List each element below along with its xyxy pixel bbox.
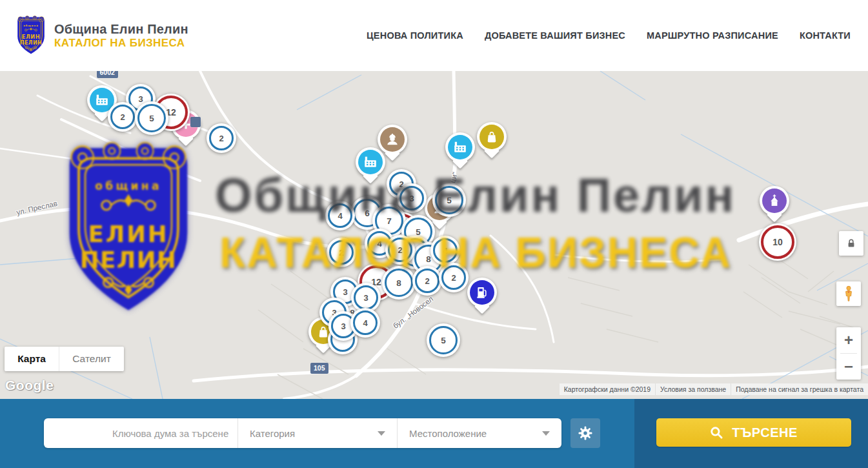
brand-org-name: Община Елин Пелин	[54, 22, 188, 37]
pin-marker-fuel-icon[interactable]	[467, 278, 497, 307]
map-canvas[interactable]: ул. Преславбул. „Новоселци“ 6002105 1232…	[0, 71, 868, 399]
keyword-section	[44, 418, 237, 448]
nav-item[interactable]: ДОБАВЕТЕ ВАШИЯТ БИЗНЕС	[485, 30, 625, 41]
site-logo[interactable]: община ЕЛИН ПЕЛИН Община Елин Пелин КАТА…	[14, 14, 188, 57]
chevron-down-icon	[542, 431, 550, 436]
pin-marker-worker-icon[interactable]	[378, 125, 407, 154]
cluster-marker[interactable]: 5	[432, 183, 466, 217]
terms-of-use-link[interactable]: Условия за ползване	[655, 383, 731, 395]
search-button-label: ТЪРСЕНЕ	[732, 425, 798, 440]
street-view-pegman-button[interactable]	[836, 281, 861, 306]
search-icon	[710, 426, 723, 440]
nav-item[interactable]: МАРШРУТНО РАЗПИСАНИЕ	[647, 30, 778, 41]
lock-icon	[845, 238, 857, 249]
cluster-marker[interactable]: 4	[325, 201, 355, 230]
cluster-marker[interactable]: 3	[397, 183, 427, 213]
map-type-satellite-button[interactable]: Сателит	[59, 347, 124, 371]
cluster-marker[interactable]: 2	[108, 102, 137, 132]
chevron-down-icon	[378, 431, 385, 436]
municipality-crest-logo: община ЕЛИН ПЕЛИН	[14, 14, 48, 57]
map-attribution: Картографски данни ©2019Условия за ползв…	[560, 383, 868, 395]
category-select[interactable]: Категория	[237, 418, 397, 448]
search-bar: Категория Местоположение	[0, 399, 868, 468]
page: община ЕЛИН ПЕЛИН Община Елин Пелин КАТА…	[0, 0, 868, 468]
pin-marker-factory-icon[interactable]	[356, 147, 385, 177]
cluster-marker[interactable]: 8	[382, 266, 416, 300]
nav-item[interactable]: КОНТАКТИ	[800, 30, 851, 41]
cluster-marker[interactable]: 5	[427, 323, 460, 357]
pegman-icon	[842, 285, 855, 302]
nav-item[interactable]: ЦЕНОВА ПОЛИТИКА	[367, 30, 463, 41]
zoom-control: + −	[836, 327, 861, 380]
category-select-label: Категория	[250, 428, 295, 439]
cluster-marker[interactable]: 5	[135, 101, 168, 135]
zoom-in-button[interactable]: +	[836, 327, 861, 353]
google-logo[interactable]: Google	[5, 378, 54, 393]
zoom-out-button[interactable]: −	[836, 354, 861, 380]
cluster-marker[interactable]: 2	[207, 123, 236, 153]
map-type-control: Карта Сателит	[5, 347, 124, 371]
report-map-error-link[interactable]: Подаване на сигнал за грешка в картата	[731, 383, 868, 395]
cluster-marker[interactable]: 2	[412, 266, 442, 296]
cluster-marker[interactable]: 10	[759, 223, 796, 261]
main-nav: ЦЕНОВА ПОЛИТИКАДОБАВЕТЕ ВАШИЯТ БИЗНЕСМАР…	[367, 30, 851, 41]
search-submit-button[interactable]: ТЪРСЕНЕ	[656, 418, 851, 447]
pin-marker-bag-icon[interactable]	[477, 122, 507, 152]
svg-text:ПЕЛИН: ПЕЛИН	[20, 39, 42, 46]
cluster-marker[interactable]: 4	[350, 308, 380, 338]
map-lock-button[interactable]	[839, 231, 863, 256]
map-type-map-button[interactable]: Карта	[5, 347, 59, 371]
pin-marker-church-icon[interactable]	[760, 186, 789, 216]
svg-text:община: община	[23, 24, 39, 27]
svg-text:ЕЛИН: ЕЛИН	[22, 34, 40, 40]
map-data-copyright: Картографски данни ©2019	[560, 383, 655, 395]
keyword-search-input[interactable]	[111, 427, 242, 440]
cluster-marker[interactable]: 2	[439, 263, 469, 292]
search-field-group: Категория Местоположение	[44, 418, 561, 448]
location-select-label: Местоположение	[409, 428, 487, 439]
cluster-marker[interactable]: 2	[385, 235, 415, 265]
cluster-marker[interactable]: 2	[327, 238, 356, 267]
gear-icon	[578, 425, 593, 441]
location-select[interactable]: Местоположение	[397, 418, 561, 448]
brand-catalog-name: КАТАЛОГ НА БИЗНЕСА	[54, 37, 188, 50]
cluster-marker[interactable]: 4	[430, 236, 460, 265]
pin-marker-factory-icon[interactable]	[445, 132, 475, 162]
advanced-settings-button[interactable]	[570, 418, 600, 448]
header: община ЕЛИН ПЕЛИН Община Елин Пелин КАТА…	[0, 0, 868, 72]
